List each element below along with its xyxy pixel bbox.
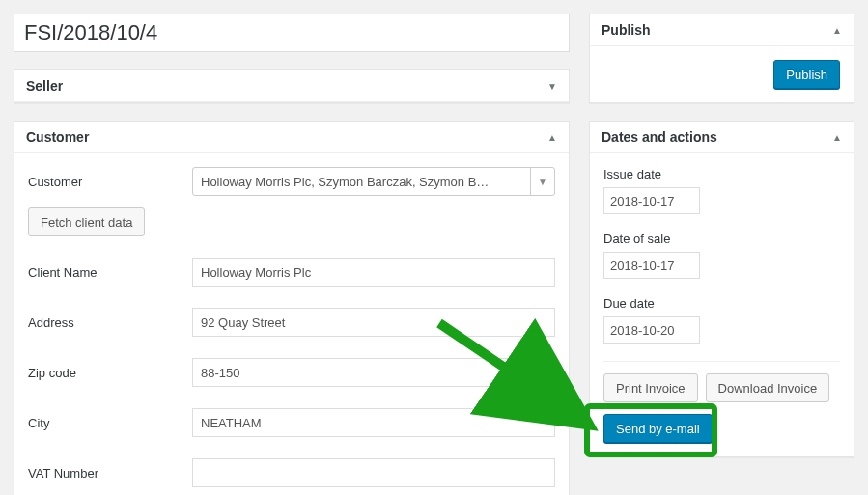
due-date-input[interactable] <box>603 316 700 344</box>
date-of-sale-input[interactable] <box>603 252 700 279</box>
chevron-up-icon: ▲ <box>832 132 842 143</box>
date-of-sale-label: Date of sale <box>603 232 840 246</box>
client-name-label: Client Name <box>28 265 192 280</box>
customer-metabox: Customer ▲ Customer Holloway Morris Plc,… <box>14 121 570 495</box>
city-label: City <box>28 416 192 430</box>
send-by-email-button[interactable]: Send by e-mail <box>603 414 713 443</box>
publish-metabox: Publish ▲ Publish <box>589 14 854 103</box>
publish-heading: Publish <box>602 22 651 38</box>
chevron-up-icon: ▲ <box>547 132 557 143</box>
customer-heading: Customer <box>26 129 89 145</box>
seller-metabox: Seller ▼ <box>14 69 570 103</box>
vat-label: VAT Number <box>28 466 192 481</box>
zip-input[interactable] <box>192 358 555 387</box>
dates-actions-metabox: Dates and actions ▲ Issue date Date of s… <box>589 121 854 457</box>
customer-toggle[interactable]: Customer ▲ <box>14 122 569 153</box>
customer-label: Customer <box>28 175 192 189</box>
seller-toggle[interactable]: Seller ▼ <box>14 70 569 102</box>
download-invoice-button[interactable]: Download Invoice <box>706 373 830 402</box>
customer-select-value: Holloway Morris Plc, Szymon Barczak, Szy… <box>201 175 489 189</box>
dates-actions-toggle[interactable]: Dates and actions ▲ <box>590 122 854 153</box>
issue-date-label: Issue date <box>603 167 840 181</box>
chevron-up-icon: ▲ <box>832 25 842 36</box>
invoice-title-input[interactable] <box>14 14 570 52</box>
customer-select[interactable]: Holloway Morris Plc, Szymon Barczak, Szy… <box>192 167 555 196</box>
dates-actions-heading: Dates and actions <box>602 129 717 145</box>
chevron-down-icon: ▼ <box>547 81 557 92</box>
vat-input[interactable] <box>192 458 555 487</box>
client-name-input[interactable] <box>192 258 555 287</box>
zip-label: Zip code <box>28 366 192 380</box>
publish-toggle[interactable]: Publish ▲ <box>590 14 854 46</box>
city-input[interactable] <box>192 408 555 437</box>
fetch-client-data-button[interactable]: Fetch client data <box>28 207 145 236</box>
publish-button[interactable]: Publish <box>773 60 840 89</box>
issue-date-input[interactable] <box>603 187 700 214</box>
address-label: Address <box>28 316 192 330</box>
address-input[interactable] <box>192 308 555 337</box>
print-invoice-button[interactable]: Print Invoice <box>603 373 698 402</box>
chevron-down-icon: ▼ <box>530 168 554 195</box>
due-date-label: Due date <box>603 296 840 311</box>
seller-heading: Seller <box>26 78 63 94</box>
